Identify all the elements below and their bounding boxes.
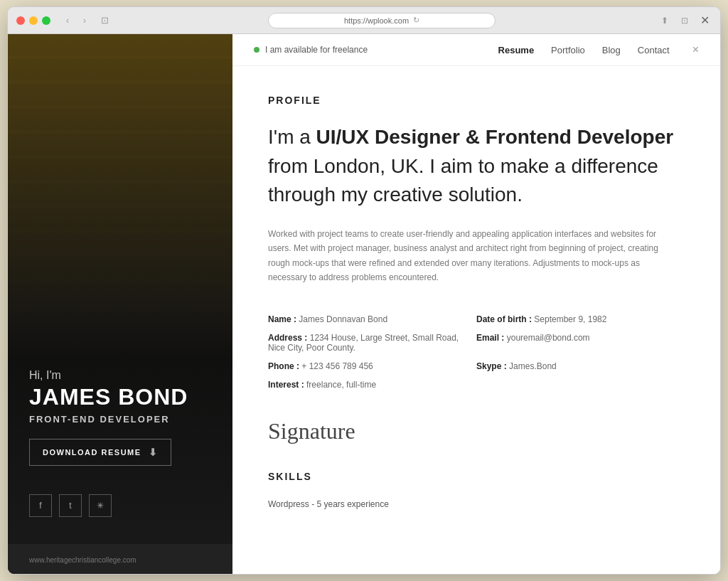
- nav-menu: Resume Portfolio Blog Contact ×: [498, 43, 699, 56]
- interest-label: Interest :: [268, 380, 304, 390]
- sidebar-top-space: [29, 34, 211, 369]
- left-sidebar: Hi, I'm JAMES BOND FRONT-END DEVELOPER D…: [8, 34, 232, 574]
- available-badge: I am available for freelance: [254, 45, 368, 55]
- window-close-button[interactable]: ✕: [697, 14, 712, 28]
- dribbble-button[interactable]: ✳: [89, 494, 112, 517]
- phone-value: + 123 456 789 456: [301, 361, 373, 371]
- person-name: JAMES BOND: [29, 385, 211, 410]
- name-label: Name :: [268, 314, 296, 324]
- skills-section-title: SKILLS: [268, 471, 685, 482]
- browser-actions: ⬆ ⊡: [658, 14, 692, 28]
- url-text: https://wplook.com: [344, 16, 409, 25]
- forward-button[interactable]: ›: [77, 14, 92, 28]
- available-dot: [254, 47, 259, 53]
- right-content: I am available for freelance Resume Port…: [232, 34, 720, 574]
- twitter-button[interactable]: t: [59, 494, 82, 517]
- facebook-button[interactable]: f: [29, 494, 52, 517]
- profile-section-title: PROFILE: [268, 95, 685, 106]
- headline-bold: UI/UX Designer & Frontend Developer: [316, 126, 674, 148]
- nav-contact[interactable]: Contact: [638, 45, 670, 55]
- sidebar-button[interactable]: ⊡: [678, 14, 692, 28]
- profile-headline: I'm a UI/UX Designer & Frontend Develope…: [268, 123, 685, 210]
- skill-item-wordpress: Wordpress - 5 years experience: [268, 499, 685, 509]
- phone-label: Phone :: [268, 361, 299, 371]
- detail-skype: Skype : James.Bond: [476, 357, 685, 375]
- tabs-button[interactable]: ⊡: [97, 14, 112, 28]
- nav-close-button[interactable]: ×: [692, 43, 699, 56]
- download-icon: ⬇: [149, 447, 159, 458]
- facebook-icon: f: [39, 501, 41, 511]
- skype-value: James.Bond: [509, 361, 557, 371]
- dob-value: September 9, 1982: [534, 314, 606, 324]
- sidebar-footer: www.heritagechristiancollege.com: [8, 544, 232, 574]
- detail-address: Address : 1234 House, Large Street, Smal…: [268, 329, 476, 357]
- minimize-traffic-light[interactable]: [29, 16, 38, 25]
- download-btn-label: DOWNLOAD RESUME: [43, 448, 141, 457]
- address-bar-wrapper: https://wplook.com ↻: [117, 13, 646, 28]
- top-nav: I am available for freelance Resume Port…: [232, 34, 720, 66]
- address-label: Address :: [268, 333, 307, 343]
- email-label: Email :: [476, 333, 504, 343]
- browser-chrome: ‹ › ⊡ https://wplook.com ↻ ⬆ ⊡ ✕: [8, 7, 720, 34]
- headline-part2: from London, UK. I aim to make a differe…: [268, 155, 658, 206]
- detail-interest: Interest : freelance, full-time: [268, 375, 476, 394]
- interest-value: freelance, full-time: [306, 380, 376, 390]
- content-area: PROFILE I'm a UI/UX Designer & Frontend …: [232, 66, 720, 574]
- signature-area: Signature: [268, 420, 685, 442]
- sidebar-content: Hi, I'm JAMES BOND FRONT-END DEVELOPER D…: [8, 34, 232, 574]
- back-button[interactable]: ‹: [60, 14, 75, 28]
- browser-window: ‹ › ⊡ https://wplook.com ↻ ⬆ ⊡ ✕ Hi, I'm: [7, 6, 721, 575]
- dob-label: Date of birth :: [476, 314, 532, 324]
- nav-blog[interactable]: Blog: [602, 45, 621, 55]
- detail-phone: Phone : + 123 456 789 456: [268, 357, 476, 375]
- skype-label: Skype :: [476, 361, 507, 371]
- social-links: f t ✳: [29, 494, 211, 517]
- maximize-traffic-light[interactable]: [42, 16, 50, 25]
- detail-email: Email : youremail@bond.com: [476, 329, 685, 357]
- skills-section: SKILLS Wordpress - 5 years experience: [268, 471, 685, 509]
- nav-buttons: ‹ ›: [60, 14, 92, 28]
- details-grid: Name : James Donnavan Bond Date of birth…: [268, 310, 685, 394]
- detail-dob: Date of birth : September 9, 1982: [476, 310, 685, 329]
- signature: Signature: [268, 420, 685, 442]
- person-title: FRONT-END DEVELOPER: [29, 414, 211, 425]
- name-value: James Donnavan Bond: [299, 314, 387, 324]
- close-traffic-light[interactable]: [16, 16, 25, 25]
- nav-portfolio[interactable]: Portfolio: [551, 45, 585, 55]
- address-bar[interactable]: https://wplook.com ↻: [268, 13, 496, 28]
- website-url: www.heritagechristiancollege.com: [29, 556, 136, 564]
- twitter-icon: t: [69, 501, 71, 511]
- refresh-icon[interactable]: ↻: [413, 16, 419, 25]
- main-layout: Hi, I'm JAMES BOND FRONT-END DEVELOPER D…: [8, 34, 720, 574]
- available-text: I am available for freelance: [265, 45, 368, 55]
- headline-part1: I'm a: [268, 126, 316, 148]
- dribbble-icon: ✳: [97, 501, 104, 511]
- download-resume-button[interactable]: DOWNLOAD RESUME ⬇: [29, 439, 171, 466]
- traffic-lights: [16, 16, 50, 25]
- profile-description: Worked with project teams to create user…: [268, 227, 666, 285]
- email-value: youremail@bond.com: [507, 333, 590, 343]
- nav-resume[interactable]: Resume: [498, 45, 535, 55]
- hi-text: Hi, I'm: [29, 369, 211, 382]
- share-button[interactable]: ⬆: [658, 14, 672, 28]
- detail-name: Name : James Donnavan Bond: [268, 310, 476, 329]
- sidebar-intro: Hi, I'm JAMES BOND FRONT-END DEVELOPER D…: [29, 369, 211, 544]
